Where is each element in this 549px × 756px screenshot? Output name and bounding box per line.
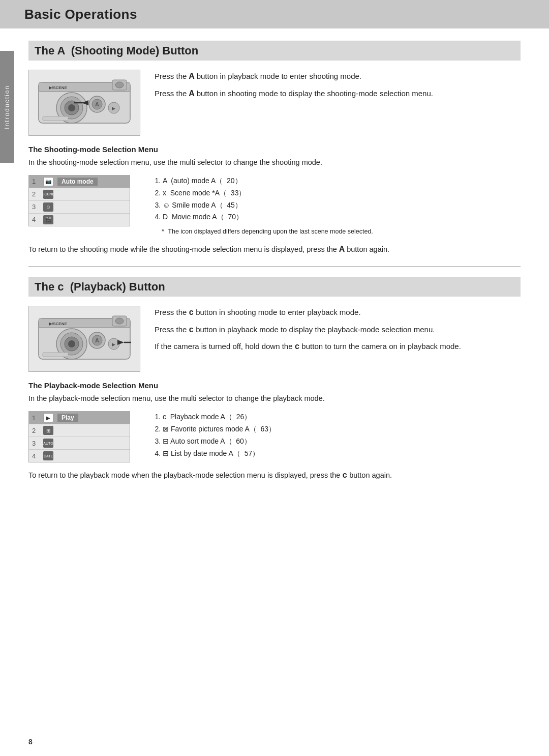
playback-section-content: ▶/SCENE A ▶ [28,306,521,372]
playback-mode-item-1: 1 ▶ Play [29,412,130,424]
playback-mode-diagram: 1 ▶ Play 2 ⊞ 3 AUTO [28,411,140,462]
playback-mode-item-2: 2 ⊞ [29,424,130,437]
shooting-mode-icon-4: 🎬 [43,215,53,224]
shooting-mode-ol-item-4: D Movie mode A（ 70） [163,211,521,223]
playback-mode-selection: 1 ▶ Play 2 ⊞ 3 AUTO [28,411,521,462]
shooting-mode-info: A (auto) mode A（ 20） x Scene mode *A（ 33… [155,175,521,237]
svg-text:▶: ▶ [112,342,115,347]
playback-submenu-desc: In the playback-mode selection menu, use… [28,393,521,405]
shooting-desc1: Press the A button in playback mode to e… [155,70,521,83]
svg-rect-31 [43,353,68,357]
shooting-text-block: Press the A button in playback mode to e… [155,70,521,136]
svg-text:A: A [95,101,99,107]
main-content: The A (Shooting Mode) Button ▶/SCENE [0,28,549,509]
playback-camera-diagram: ▶/SCENE A ▶ [28,306,140,372]
svg-point-8 [68,104,75,111]
shooting-camera-svg: ▶/SCENE A ▶ [34,75,135,131]
playback-mode-icon-1: ▶ [43,413,53,422]
side-tab: Introduction [0,51,14,163]
playback-section-title: The c (Playback) Button [35,280,165,293]
header-bar: Basic Operations [0,0,549,28]
svg-point-25 [68,340,75,347]
playback-submenu-label: The Playback-mode Selection Menu [28,381,521,390]
shooting-mode-item-3: 3 ☺ [29,201,130,214]
playback-mode-ol-item-3: ⊟ Auto sort mode A（ 60） [163,435,521,448]
svg-text:▶/SCENE: ▶/SCENE [49,85,67,90]
shooting-section-title: The A (Shooting Mode) Button [35,44,198,57]
page-title: Basic Operations [24,7,137,22]
playback-section-header: The c (Playback) Button [28,277,521,297]
playback-mode-icon-3: AUTO [43,439,53,448]
shooting-camera-diagram: ▶/SCENE A ▶ [28,70,140,136]
playback-mode-item-4: 4 DATE [29,450,130,462]
shooting-mode-item-2: 2 SCENE [29,188,130,201]
shooting-mode-diagram: 1 📷 Auto mode 2 SCENE 3 ☺ [28,175,140,226]
shooting-mode-icon-2: SCENE [43,190,53,199]
playback-desc2: Press the c button in playback mode to d… [155,323,521,336]
playback-mode-ol: c Playback mode A（ 26） ⊠ Favorite pictur… [155,411,521,459]
shooting-mode-ol: A (auto) mode A（ 20） x Scene mode *A（ 33… [155,175,521,223]
section-divider [28,266,521,267]
playback-mode-ol-item-2: ⊠ Favorite pictures mode A（ 63） [163,423,521,435]
svg-text:A: A [95,337,99,343]
playback-mode-ol-item-1: c Playback mode A（ 26） [163,411,521,423]
shooting-mode-item-4: 4 🎬 [29,214,130,226]
playback-return-text: To return to the playback mode when the … [28,469,521,482]
playback-desc1: Press the c button in shooting mode to e… [155,306,521,319]
page-number: 8 [28,738,33,746]
shooting-submenu-label: The Shooting-mode Selection Menu [28,145,521,154]
svg-text:▶: ▶ [112,106,115,111]
playback-mode-info: c Playback mode A（ 26） ⊠ Favorite pictur… [155,411,521,459]
shooting-desc2: Press the A button in shooting mode to d… [155,87,521,100]
shooting-section-header: The A (Shooting Mode) Button [28,41,521,61]
shooting-submenu-desc: In the shooting-mode selection menu, use… [28,157,521,169]
shooting-mode-note: * The icon displayed differs depending u… [155,226,521,237]
playback-desc3: If the camera is turned off, hold down t… [155,340,521,353]
playback-mode-ol-item-4: ⊟ List by date mode A（ 57） [163,448,521,460]
shooting-mode-ol-item-1: A (auto) mode A（ 20） [163,175,521,187]
playback-text-block: Press the c button in shooting mode to e… [155,306,521,372]
playback-mode-icon-4: DATE [43,451,53,460]
shooting-mode-icon-1: 📷 [43,177,53,186]
playback-mode-icon-2: ⊞ [43,426,53,435]
svg-rect-14 [43,117,68,121]
playback-mode-list: 1 ▶ Play 2 ⊞ 3 AUTO [28,411,130,462]
shooting-mode-selection: 1 📷 Auto mode 2 SCENE 3 ☺ [28,175,521,237]
svg-text:▶/SCENE: ▶/SCENE [49,322,67,326]
svg-point-4 [115,82,124,88]
shooting-mode-icon-3: ☺ [43,202,53,212]
playback-camera-svg: ▶/SCENE A ▶ [34,311,135,367]
shooting-return-text: To return to the shooting mode while the… [28,243,521,256]
shooting-mode-ol-item-3: ☺ Smile mode A（ 45） [163,199,521,212]
playback-mode-item-3: 3 AUTO [29,437,130,450]
svg-point-21 [115,318,124,324]
shooting-mode-ol-item-2: x Scene mode *A（ 33） [163,187,521,199]
side-tab-label: Introduction [4,85,11,129]
shooting-mode-item-1: 1 📷 Auto mode [29,176,130,188]
shooting-section-content: ▶/SCENE A ▶ [28,70,521,136]
shooting-mode-list: 1 📷 Auto mode 2 SCENE 3 ☺ [28,175,130,226]
